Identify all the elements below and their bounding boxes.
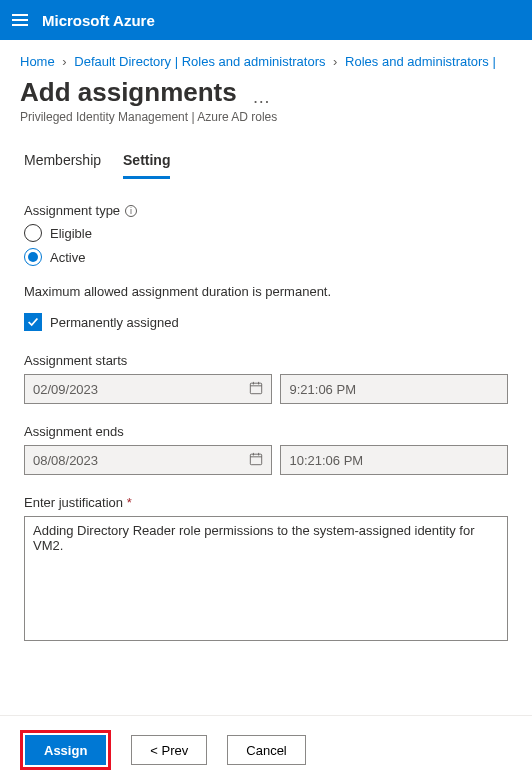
brand-label: Microsoft Azure [42,12,155,29]
radio-active[interactable]: Active [24,248,508,266]
radio-icon [24,248,42,266]
end-time-value: 10:21:06 PM [289,453,363,468]
start-date-input[interactable]: 02/09/2023 [24,374,272,404]
checkbox-checked-icon [24,313,42,331]
assignment-starts-row: 02/09/2023 9:21:06 PM [24,374,508,404]
breadcrumb-directory[interactable]: Default Directory | Roles and administra… [74,54,325,69]
start-time-input[interactable]: 9:21:06 PM [280,374,508,404]
end-date-value: 08/08/2023 [33,453,98,468]
page-header: Add assignments … Privileged Identity Ma… [0,69,532,124]
tab-bar: Membership Setting [0,124,532,179]
assignment-type-label: Assignment type i [24,203,508,218]
justification-label-text: Enter justification [24,495,123,510]
radio-icon [24,224,42,242]
assignment-starts-label: Assignment starts [24,353,508,368]
end-time-input[interactable]: 10:21:06 PM [280,445,508,475]
svg-rect-4 [251,454,262,465]
radio-active-label: Active [50,250,85,265]
hamburger-icon[interactable] [12,14,28,26]
calendar-icon [249,452,263,469]
footer-bar: Assign < Prev Cancel [0,715,532,784]
breadcrumb: Home › Default Directory | Roles and adm… [0,40,532,69]
top-bar: Microsoft Azure [0,0,532,40]
permanently-assigned-checkbox[interactable]: Permanently assigned [24,313,508,331]
required-asterisk: * [127,495,132,510]
cancel-button[interactable]: Cancel [227,735,305,765]
assignment-ends-row: 08/08/2023 10:21:06 PM [24,445,508,475]
assign-highlight: Assign [20,730,111,770]
tab-setting[interactable]: Setting [123,152,170,179]
svg-rect-0 [251,383,262,394]
chevron-right-icon: › [333,54,337,69]
justification-label: Enter justification * [24,495,508,510]
radio-eligible[interactable]: Eligible [24,224,508,242]
settings-form: Assignment type i Eligible Active Maximu… [0,179,532,644]
end-date-input[interactable]: 08/08/2023 [24,445,272,475]
chevron-right-icon: › [62,54,66,69]
info-icon[interactable]: i [125,205,137,217]
prev-button[interactable]: < Prev [131,735,207,765]
assignment-type-text: Assignment type [24,203,120,218]
page-title: Add assignments [20,77,237,108]
permanently-assigned-label: Permanently assigned [50,315,179,330]
max-duration-message: Maximum allowed assignment duration is p… [24,284,508,299]
tab-membership[interactable]: Membership [24,152,101,179]
assignment-type-group: Eligible Active [24,224,508,266]
more-actions-icon[interactable]: … [252,87,270,108]
breadcrumb-home[interactable]: Home [20,54,55,69]
radio-eligible-label: Eligible [50,226,92,241]
assignment-ends-label: Assignment ends [24,424,508,439]
start-time-value: 9:21:06 PM [289,382,356,397]
justification-input[interactable] [24,516,508,641]
page-subtitle: Privileged Identity Management | Azure A… [20,110,512,124]
calendar-icon [249,381,263,398]
breadcrumb-roles[interactable]: Roles and administrators | [345,54,496,69]
assign-button[interactable]: Assign [25,735,106,765]
start-date-value: 02/09/2023 [33,382,98,397]
